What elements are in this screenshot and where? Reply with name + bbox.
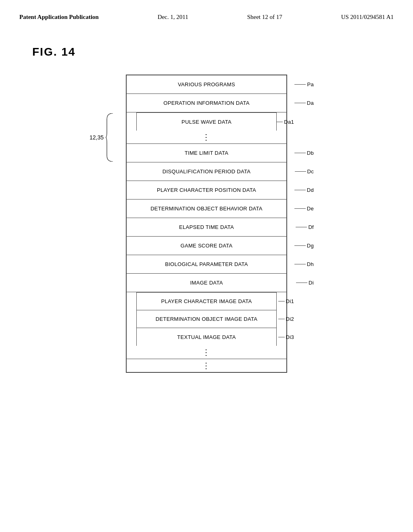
label-dh: Dh [307,261,314,267]
diagram-container: 12,35 VARIOUS PROGRAMS Pa OPERATION INFO… [126,75,287,373]
cell-time-limit: TIME LIMIT DATA [185,150,229,156]
sheet-label: Sheet 12 of 17 [247,13,282,21]
cell-elapsed-time: ELAPSED TIME DATA [179,224,234,230]
row-player-char-pos: PLAYER CHARACTER POSITION DATA Dd [127,181,286,200]
label-di3: Di3 [286,334,294,340]
pulse-wave-subbox: PULSE WAVE DATA Da1 [136,112,277,131]
row-elapsed-time: ELAPSED TIME DATA Df [127,218,286,237]
cell-disqualification: DISQUALIFICATION PERIOD DATA [163,168,251,175]
row-player-char-image: PLAYER CHARACTER IMAGE DATA Di1 [137,293,276,310]
diagram-area: 12,35 VARIOUS PROGRAMS Pa OPERATION INFO… [0,75,413,373]
row-game-score: GAME SCORE DATA Dg [127,237,286,255]
row-pulse-wave: PULSE WAVE DATA Da1 [137,113,276,131]
dots-text-3: ⋮ [202,361,211,370]
label-di1: Di1 [286,298,294,304]
label-da1: Da1 [284,119,294,125]
row-det-obj-behavior: DETERMINATION OBJECT BEHAVIOR DATA De [127,200,286,218]
row-textual-image: TEXTUAL IMAGE DATA Di3 [137,328,276,346]
label-df: Df [308,224,314,230]
row-time-limit: TIME LIMIT DATA Db [127,144,286,162]
label-di: Di [309,280,314,286]
left-brace-icon [105,113,117,162]
cell-det-obj-image: DETERMINATION OBJECT IMAGE DATA [156,316,257,322]
image-subbox: PLAYER CHARACTER IMAGE DATA Di1 DETERMIN… [136,292,277,346]
row-disqualification: DISQUALIFICATION PERIOD DATA Dc [127,162,286,181]
left-label: 12,35 [90,134,104,141]
cell-det-obj-behavior: DETERMINATION OBJECT BEHAVIOR DATA [150,206,263,212]
cell-operation-info: OPERATION INFORMATION DATA [163,100,249,106]
date-label: Dec. 1, 2011 [158,13,188,21]
dots-text-1: ⋮ [202,132,211,142]
cell-pulse-wave: PULSE WAVE DATA [181,119,232,125]
dots-2: ⋮ [127,346,286,359]
publication-label: Patent Application Publication [19,13,99,21]
dots-3: ⋮ [127,359,286,372]
label-da: Da [307,100,314,106]
page-header: Patent Application Publication Dec. 1, 2… [0,0,413,21]
cell-textual-image: TEXTUAL IMAGE DATA [177,334,236,340]
label-dg: Dg [307,243,314,249]
dots-1: ⋮ [127,131,286,144]
row-various-programs: VARIOUS PROGRAMS Pa [127,75,286,94]
cell-player-char-image: PLAYER CHARACTER IMAGE DATA [161,298,252,304]
patent-number: US 2011/0294581 A1 [341,13,394,21]
row-operation-info: OPERATION INFORMATION DATA Da [127,94,286,112]
cell-image-data: IMAGE DATA [190,280,223,286]
cell-biological: BIOLOGICAL PARAMETER DATA [165,261,248,267]
row-biological: BIOLOGICAL PARAMETER DATA Dh [127,255,286,274]
label-pa: Pa [307,81,314,87]
row-det-obj-image: DETERMINATION OBJECT IMAGE DATA Di2 [137,310,276,328]
cell-various-programs: VARIOUS PROGRAMS [178,81,235,87]
label-de: De [307,206,314,212]
label-di2: Di2 [286,316,294,322]
figure-label: FIG. 14 [32,46,413,58]
data-table: VARIOUS PROGRAMS Pa OPERATION INFORMATIO… [126,75,287,373]
outer-border: VARIOUS PROGRAMS Pa OPERATION INFORMATIO… [126,75,287,373]
row-image-data: IMAGE DATA Di [127,274,286,292]
dots-text-2: ⋮ [202,347,211,357]
label-dc: Dc [307,168,314,175]
cell-player-char-pos: PLAYER CHARACTER POSITION DATA [157,187,256,193]
label-dd: Dd [307,187,314,193]
cell-game-score: GAME SCORE DATA [181,243,233,249]
label-db: Db [307,150,314,156]
